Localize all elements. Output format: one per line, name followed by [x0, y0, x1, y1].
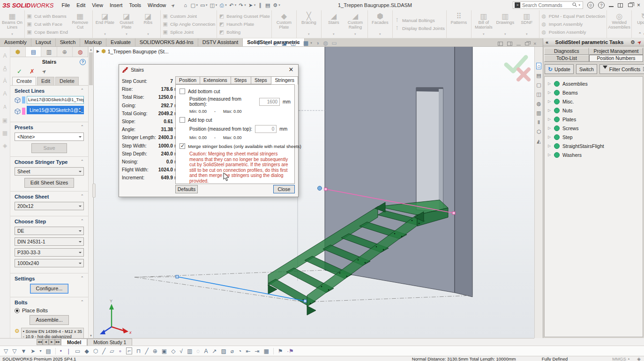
scrollbar-thumb[interactable] — [89, 52, 93, 85]
measure-tool-icon[interactable]: ⌀ — [231, 348, 234, 354]
ribbon-button[interactable]: ⬢Facades▾ — [369, 11, 391, 37]
zoom-to-fit-icon[interactable]: ↧ — [256, 40, 261, 46]
expander-icon[interactable]: ▷ — [548, 90, 551, 95]
collapse-icon[interactable]: ⌃ — [80, 276, 84, 281]
tab-position[interactable]: Position — [175, 76, 200, 84]
plane-tool-icon[interactable]: ▱ — [110, 348, 114, 354]
ribbon-button[interactable]: ▦Beams On Lines▾ — [1, 11, 23, 37]
collapse-icon[interactable]: ⌃ — [80, 219, 84, 224]
tab-delete[interactable]: Delete — [55, 77, 79, 85]
custom-properties-icon[interactable]: ▥ — [536, 110, 541, 116]
flag-tool-icon[interactable]: ⚑ — [278, 348, 283, 354]
centerline-tool-icon[interactable]: ❘ — [66, 348, 71, 354]
ribbon-collapse-icon[interactable]: ⌃ — [638, 32, 642, 37]
ribbon-button[interactable]: ▣Cope Beam End — [26, 29, 68, 35]
step-select[interactable]: 1000x240 — [15, 259, 84, 267]
ribbon-button[interactable]: ⠿Patterns — [448, 11, 470, 37]
filter-all-icon[interactable]: ▼ — [21, 348, 26, 354]
tool-icon[interactable]: ◈ — [3, 142, 7, 149]
chevron-down-icon[interactable]: ▾ — [310, 41, 312, 45]
chevron-down-icon[interactable]: ▾ — [578, 3, 580, 7]
annotation-tool-icon[interactable]: Ȧ — [3, 78, 7, 84]
stairs-dialog[interactable]: Stairs ✕ Step Count: 7 Rise: 178.6 mm — [119, 64, 299, 197]
select-arrow-icon[interactable]: ➤ — [30, 348, 35, 354]
tool-icon[interactable]: ▦ — [2, 130, 7, 136]
view-orientation-icon[interactable]: ◫ — [291, 40, 296, 46]
box-select-tool-icon[interactable]: ▣ — [162, 348, 167, 354]
ribbon-button[interactable]: ▣Splice Joint — [162, 29, 215, 35]
add-top-cut-checkbox[interactable] — [180, 117, 185, 123]
tab-todo-list[interactable]: ToDo-List — [544, 55, 589, 62]
tab-evaluate[interactable]: Evaluate — [106, 38, 135, 46]
line-endpoint-handle[interactable] — [452, 212, 455, 214]
save-button[interactable]: Save — [31, 143, 67, 153]
position-tree-item[interactable]: ▷ Beams — [545, 88, 643, 97]
ribbon-button[interactable]: ◍Position Assembly — [541, 29, 605, 35]
zoom-to-area-icon[interactable]: ⊙ — [264, 40, 269, 46]
offset-tool-icon[interactable]: ◇ — [171, 348, 175, 354]
ribbon-button[interactable]: ⊺Manual Boltings — [394, 17, 445, 23]
close-button[interactable]: × — [637, 2, 640, 8]
ribbon-button[interactable]: ◪Gusset Plate▾ — [116, 11, 137, 37]
position-tree-item[interactable]: ▷ StraightStairsFlight — [545, 141, 643, 150]
position-bottom-input[interactable]: 1600 — [259, 98, 280, 106]
dialog-title-bar[interactable]: Stairs ✕ — [119, 65, 298, 74]
display-style-icon[interactable]: ▦ — [303, 40, 308, 46]
switch-button[interactable]: Switch — [576, 64, 597, 74]
arrow-tool-icon[interactable]: ↗ — [212, 348, 217, 354]
pie-tool-icon[interactable]: ◔ — [238, 348, 241, 354]
home-icon[interactable]: ⌂ — [536, 63, 541, 69]
pin-icon[interactable]: ➤ — [41, 67, 48, 75]
tab-position-numbers[interactable]: Position Numbers — [589, 55, 643, 62]
scroll-next-icon[interactable]: ▶ — [49, 339, 55, 345]
ribbon-button[interactable]: ▣Clip Angle Connection — [162, 21, 215, 27]
filter-faces-icon[interactable]: ▽ — [12, 348, 16, 354]
tab-assembly[interactable]: Assembly — [0, 38, 31, 46]
hatch-tool-icon[interactable]: ▨ — [221, 348, 226, 354]
forum-icon[interactable]: ◭ — [537, 138, 540, 144]
propertymanager-tab[interactable]: ▤ — [26, 47, 41, 57]
save-icon[interactable]: ◫ — [209, 2, 216, 8]
viewport-minimize-icon[interactable] — [517, 42, 521, 45]
line-endpoint-handle[interactable] — [176, 275, 179, 278]
new-document-icon[interactable]: ▢ — [189, 2, 197, 8]
menu-edit[interactable]: Edit — [73, 2, 89, 8]
menu-insert[interactable]: Insert — [106, 2, 126, 8]
undo-icon[interactable]: ↶ — [228, 2, 235, 8]
ribbon-button[interactable]: ▥SDNF▾ — [516, 11, 538, 37]
user-account-icon[interactable]: ☺ — [587, 2, 594, 8]
rotate-tool-icon[interactable]: ⊕ — [153, 348, 157, 354]
ribbon-button[interactable]: ▣Cut with Beams — [26, 13, 68, 19]
ribbon-button[interactable]: ◢Custom Railing▾ — [344, 11, 366, 37]
line-name-box[interactable]: Line17@3DSketch1@1_Treppe — [27, 96, 84, 104]
task-list-icon[interactable]: ▤ — [264, 2, 271, 8]
search-input[interactable] — [522, 3, 570, 8]
annotation-tool-icon[interactable]: A̲ — [3, 65, 7, 72]
collapse-icon[interactable]: ⌃ — [80, 194, 84, 199]
ribbon-button[interactable]: ╳Bracing▾ — [298, 11, 320, 37]
ribbon-button[interactable]: ▦Remove Cut — [69, 11, 91, 37]
edit-sheet-sizes-button[interactable]: Edit Sheet Sizes — [24, 178, 75, 188]
tab-project-management[interactable]: Project Management — [589, 48, 643, 55]
previous-view-icon[interactable]: ◎ — [273, 40, 277, 46]
filter-conflicts-button[interactable]: Filter Conflicts — [599, 64, 644, 74]
chevron-down-icon[interactable]: ▾ — [225, 3, 227, 7]
text-box-tool-icon[interactable]: ▥ — [187, 348, 192, 354]
place-bolts-radio-row[interactable]: Place Bolts — [15, 308, 84, 313]
expander-icon[interactable]: ▷ — [548, 81, 551, 86]
tab-extensions[interactable]: Extensions — [200, 76, 231, 84]
dimxpert-tab[interactable]: ⊕ — [57, 47, 73, 57]
screen-tool-icon[interactable]: ▦ — [263, 348, 269, 354]
part-box-icon[interactable]: ⬡ — [537, 129, 541, 135]
search-scope-icon[interactable]: > — [515, 2, 520, 8]
ribbon-button[interactable]: ◆Custom Plate — [273, 11, 295, 37]
scroll-last-icon[interactable]: ▶▶ — [55, 339, 61, 345]
line-name-box-selected[interactable]: Line15@3DSketch1@1_Treppe — [27, 106, 84, 114]
menu-window[interactable]: Window — [144, 2, 169, 8]
home-icon[interactable]: ⌂ — [182, 2, 189, 8]
equation-tool-icon[interactable]: √ — [180, 348, 183, 354]
chevron-down-icon[interactable]: ▾ — [39, 349, 41, 353]
gear-icon[interactable]: ⚙ — [630, 39, 635, 45]
pane-right-icon[interactable] — [507, 42, 512, 46]
collapse-icon[interactable]: ⌃ — [80, 88, 84, 94]
